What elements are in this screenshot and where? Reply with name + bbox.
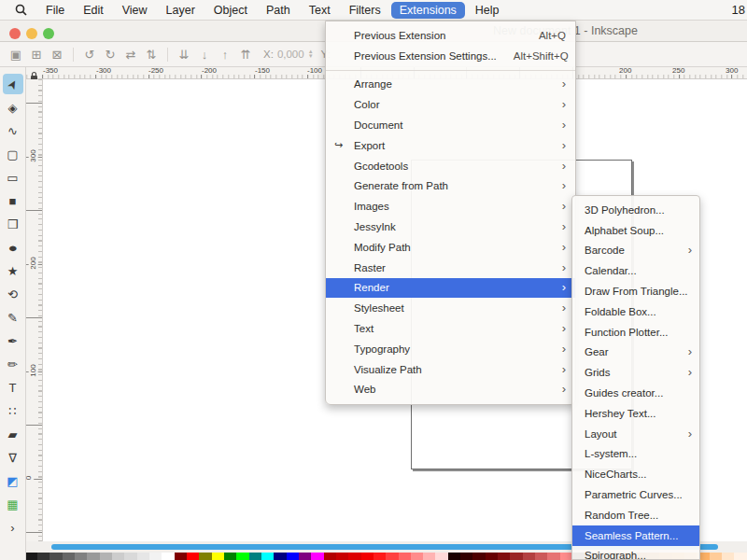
submenu-item-3d-polyhedron[interactable]: 3D Polyhedron... [572, 200, 699, 220]
submenu-item-seamless-pattern[interactable]: Seamless Pattern... [572, 525, 699, 546]
palette-swatch[interactable] [261, 553, 274, 560]
menu-item-stylesheet[interactable]: Stylesheet› [326, 298, 575, 318]
raise-icon[interactable]: ↑ [215, 45, 235, 63]
node-editor-tool[interactable]: ◈ [3, 97, 23, 118]
menu-item-jessyink[interactable]: JessyInk› [326, 217, 575, 237]
submenu-item-gear[interactable]: Gear› [572, 343, 699, 363]
submenu-item-barcode[interactable]: Barcode› [572, 241, 699, 261]
close-button[interactable] [9, 28, 21, 39]
flip-horizontal-icon[interactable]: ⇄ [120, 45, 141, 63]
lower-to-bottom-icon[interactable]: ⇊ [174, 45, 194, 63]
palette-swatch[interactable] [249, 553, 261, 560]
menubar-item-layer[interactable]: Layer [158, 2, 204, 19]
palette-swatch[interactable] [374, 553, 386, 560]
calligraphy-tool[interactable]: ✏ [3, 354, 23, 374]
palette-swatch[interactable] [37, 553, 49, 560]
menu-item-typography[interactable]: Typography› [326, 339, 575, 359]
menu-item-modify-path[interactable]: Modify Path› [326, 237, 575, 258]
palette-swatch[interactable] [324, 553, 336, 560]
palette-swatch[interactable] [75, 553, 87, 560]
paint-bucket-tool[interactable]: ∇ [3, 447, 23, 468]
pencil-tool[interactable]: ✎ [3, 307, 23, 328]
palette-swatch[interactable] [112, 553, 124, 560]
more-tools-chevron[interactable]: › [3, 517, 23, 538]
menu-item-document[interactable]: Document› [326, 115, 575, 135]
palette-swatch[interactable] [486, 553, 498, 560]
palette-swatch[interactable] [187, 553, 199, 560]
menubar-item-filters[interactable]: Filters [341, 2, 389, 19]
palette-swatch[interactable] [399, 553, 411, 560]
palette-swatch[interactable] [224, 553, 236, 560]
lower-icon[interactable]: ↓ [194, 45, 215, 63]
palette-swatch[interactable] [411, 553, 423, 560]
measure-tool[interactable]: ▭ [3, 167, 23, 188]
spiral-tool[interactable]: ⟲ [3, 284, 23, 304]
submenu-item-foldable-box[interactable]: Foldable Box... [572, 301, 699, 322]
star-tool[interactable]: ★ [3, 260, 23, 281]
submenu-item-grids[interactable]: Grids› [572, 362, 699, 383]
submenu-item-calendar[interactable]: Calendar... [572, 260, 699, 281]
palette-swatch[interactable] [460, 553, 472, 560]
x-input[interactable]: 0,000 [277, 49, 304, 60]
shape-builder-tool[interactable]: ∿ [3, 120, 23, 141]
palette-swatch[interactable] [361, 553, 374, 560]
menu-item-arrange[interactable]: Arrange› [326, 75, 575, 95]
palette-swatch[interactable] [87, 553, 99, 560]
select-all-icon[interactable]: ▣ [6, 45, 26, 63]
palette-swatch[interactable] [274, 553, 286, 560]
mesh-gradient-tool[interactable]: ▦ [3, 494, 23, 514]
eraser-tool[interactable]: ▰ [3, 424, 23, 444]
menu-item-color[interactable]: Color› [326, 94, 575, 115]
menubar-item-text[interactable]: Text [301, 2, 339, 19]
palette-swatch[interactable] [175, 553, 187, 560]
palette-swatch[interactable] [498, 553, 510, 560]
submenu-item-layout[interactable]: Layout› [572, 424, 699, 444]
palette-swatch[interactable] [25, 553, 37, 560]
search-icon[interactable] [15, 4, 27, 16]
menu-item-visualize-path[interactable]: Visualize Path› [326, 359, 575, 380]
palette-swatch[interactable] [311, 553, 323, 560]
submenu-item-random-tree[interactable]: Random Tree... [572, 505, 699, 525]
menu-item-render[interactable]: Render› [326, 278, 575, 299]
menu-item-raster[interactable]: Raster› [326, 258, 575, 278]
rectangle-tool[interactable]: ■ [3, 190, 23, 211]
palette-swatch[interactable] [162, 553, 174, 560]
submenu-item-alphabet-soup[interactable]: Alphabet Soup... [572, 220, 699, 241]
menubar-item-help[interactable]: Help [467, 2, 508, 19]
palette-swatch[interactable] [435, 553, 447, 560]
bezier-pen-tool[interactable]: ✒ [3, 330, 23, 351]
rotate-ccw-icon[interactable]: ↺ [79, 45, 100, 63]
palette-swatch[interactable] [734, 553, 746, 560]
ellipse-tool[interactable]: ● [3, 237, 23, 258]
palette-swatch[interactable] [523, 553, 535, 560]
maximize-button[interactable] [43, 28, 54, 39]
palette-swatch[interactable] [199, 553, 211, 560]
x-spinner[interactable]: ▲▼ [308, 49, 314, 59]
submenu-item-draw-from-triangle[interactable]: Draw From Triangle... [572, 281, 699, 301]
palette-swatch[interactable] [212, 553, 224, 560]
menu-item-images[interactable]: Images› [326, 196, 575, 217]
palette-swatch[interactable] [49, 553, 62, 560]
submenu-item-l-system[interactable]: L-system... [572, 444, 699, 465]
vertical-ruler[interactable]: 3002001000 [26, 79, 43, 541]
marquee-select-tool[interactable]: ▢ [3, 144, 23, 164]
submenu-item-function-plotter[interactable]: Function Plotter... [572, 322, 699, 343]
palette-swatch[interactable] [336, 553, 348, 560]
palette-swatch[interactable] [386, 553, 398, 560]
palette-swatch[interactable] [448, 553, 460, 560]
palette-swatch[interactable] [510, 553, 522, 560]
select-all-layers-icon[interactable]: ⊞ [26, 45, 47, 63]
menu-item-text[interactable]: Text› [326, 318, 575, 339]
spray-tool[interactable]: ∷ [3, 400, 23, 421]
submenu-item-nicecharts[interactable]: NiceCharts... [572, 464, 699, 484]
menu-item-web[interactable]: Web› [326, 380, 575, 400]
selector-tool[interactable]: ➤ [3, 74, 23, 94]
palette-swatch[interactable] [149, 553, 162, 560]
palette-swatch[interactable] [535, 553, 547, 560]
menu-item-previous-extension[interactable]: Previous ExtensionAlt+Q [326, 25, 575, 46]
menu-item-previous-extension-settings[interactable]: Previous Extension Settings...Alt+Shift+… [326, 46, 575, 66]
palette-swatch[interactable] [299, 553, 311, 560]
palette-swatch[interactable] [137, 553, 149, 560]
raise-to-top-icon[interactable]: ⇈ [235, 45, 256, 63]
palette-swatch[interactable] [348, 553, 360, 560]
